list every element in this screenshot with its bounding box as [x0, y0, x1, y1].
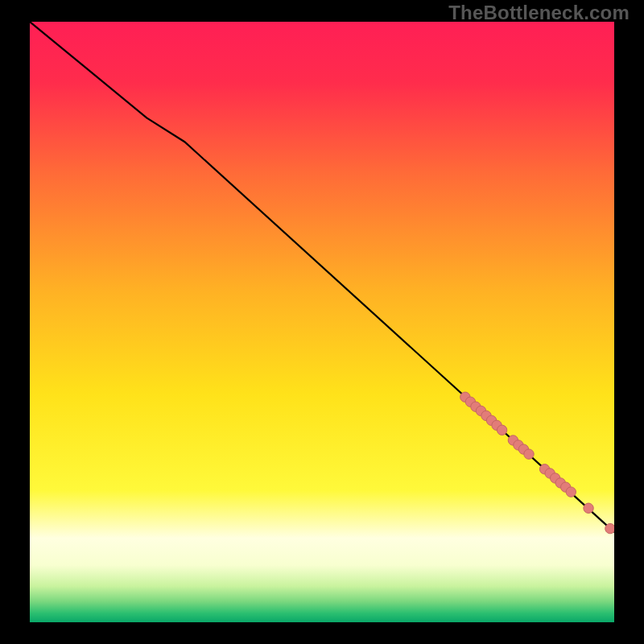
- data-dot: [605, 523, 614, 533]
- data-dot: [566, 487, 576, 497]
- chart-root: TheBottleneck.com: [0, 0, 644, 644]
- data-dot: [584, 503, 593, 513]
- watermark-text: TheBottleneck.com: [448, 2, 630, 24]
- data-dot: [524, 449, 534, 459]
- plot-area: [30, 22, 614, 622]
- data-dot: [497, 425, 506, 435]
- gradient-background: [30, 22, 614, 622]
